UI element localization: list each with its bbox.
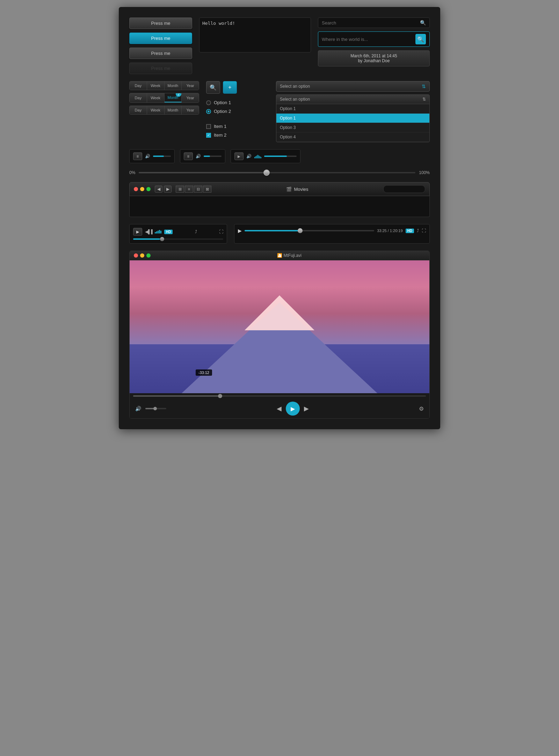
tab-week-3[interactable]: Week <box>147 106 165 114</box>
play-btn-3[interactable]: ▶ <box>234 152 244 160</box>
fpc-vol-slider[interactable] <box>145 408 166 409</box>
section-controls: Press me Press me Press me Press me Hell… <box>129 17 430 74</box>
finder-back-btn[interactable]: ◀ <box>155 186 162 193</box>
checkbox-item1[interactable]: Item 1 <box>206 124 269 129</box>
full-minimize-light[interactable] <box>140 253 144 258</box>
search-action-btn[interactable]: 🔍 <box>206 81 220 94</box>
search-input-2[interactable] <box>322 37 413 42</box>
finder-title: 🎬 Movies <box>216 187 379 192</box>
slider-track[interactable] <box>139 172 415 173</box>
minimize-light[interactable] <box>140 187 144 191</box>
vlp-controls: ▶ 33:25 / 1:20:19 HD ⤴ ⛶ <box>238 228 426 233</box>
pause-btn-2[interactable]: ⏸ <box>184 152 193 160</box>
vb-5 <box>259 156 259 158</box>
checkbox-item2[interactable]: ✓ Item 2 <box>206 132 269 138</box>
date-line2: by Jonathan Doe <box>322 58 425 63</box>
buttons-column: Press me Press me Press me Press me <box>129 17 192 74</box>
vvb-3 <box>158 231 159 233</box>
progress-2 <box>204 156 222 157</box>
textarea-column: Hello world! <box>199 17 311 74</box>
maximize-light[interactable] <box>146 187 151 191</box>
radio-label-2: Option 2 <box>214 109 231 114</box>
vlp-share-btn[interactable]: ⤴ <box>417 228 419 233</box>
vp-progress-thumb[interactable] <box>160 237 164 241</box>
vlp-hd-badge: HD <box>406 229 414 233</box>
search-submit-button[interactable]: 🔍 <box>415 34 426 44</box>
finder-col-view[interactable]: ⊟ <box>194 186 202 193</box>
search-row-1: 🔍 <box>318 17 430 28</box>
close-light[interactable] <box>134 187 138 191</box>
add-action-btn[interactable]: + <box>223 81 237 94</box>
dropdown-item-3[interactable]: Option 3 <box>276 123 429 132</box>
vvb-4 <box>159 230 160 233</box>
tab-year-3[interactable]: Year <box>182 106 199 114</box>
fpc-prev-btn[interactable]: ◀ <box>277 405 282 412</box>
finder-view-buttons: ⊞ ≡ ⊟ ⊠ <box>176 186 211 193</box>
seekbar-track[interactable] <box>133 395 426 397</box>
tab-day-3[interactable]: Day <box>130 106 147 114</box>
dropdown-item-4[interactable]: Option 4 <box>276 132 429 142</box>
search-row-2: 🔍 <box>318 31 430 47</box>
vp-share-btn[interactable]: ⤴ <box>195 229 197 234</box>
radio-option2[interactable]: Option 2 <box>206 109 269 114</box>
tab-group-2: 2 Day Week Month Year <box>129 93 199 103</box>
fpc-play-btn[interactable]: ▶ <box>286 402 300 416</box>
search-input-1[interactable] <box>322 20 418 26</box>
dropdown-item-selected[interactable]: Option 1 <box>276 114 429 123</box>
vlp-thumb[interactable] <box>298 228 303 233</box>
slider-thumb[interactable] <box>263 170 270 176</box>
vp-play-btn[interactable]: ▶ <box>133 228 142 236</box>
hello-world-textarea[interactable]: Hello world! <box>199 17 311 52</box>
tab-day-2[interactable]: Day <box>130 93 147 102</box>
mini-player-3: ▶ 🔊 <box>231 149 300 163</box>
press-me-button-3[interactable]: Press me <box>129 48 192 59</box>
tab-week-2[interactable]: Week <box>147 93 165 102</box>
seekbar-thumb[interactable] <box>218 394 222 398</box>
finder-bar: ◀ ▶ ⊞ ≡ ⊟ ⊠ 🎬 Movies <box>129 182 430 196</box>
dropdown-header[interactable]: Select an option ⇅ <box>276 95 429 104</box>
search-date-column: 🔍 🔍 March 6th, 2011 at 14:45 by Jonathan… <box>318 17 430 74</box>
tab-month-3[interactable]: Month <box>165 106 182 114</box>
full-maximize-light[interactable] <box>146 253 151 258</box>
tab-group-3: Day Week Month Year <box>129 106 199 115</box>
dropdown-header-text: Select an option <box>280 97 310 102</box>
tooltip-time: -33:12 <box>196 369 212 376</box>
full-close-light[interactable] <box>134 253 138 258</box>
vp-fullscreen-btn[interactable]: ⛶ <box>219 229 223 234</box>
vp-vol-section: ◀▌▌ <box>145 229 161 234</box>
radio-option1[interactable]: Option 1 <box>206 100 269 105</box>
vp-progress-small[interactable] <box>133 238 223 240</box>
tab-week-1[interactable]: Week <box>147 81 165 90</box>
tab-month-1[interactable]: Month <box>165 81 182 90</box>
finder-search-input[interactable] <box>383 185 425 193</box>
finder-list-view[interactable]: ≡ <box>185 186 193 193</box>
fpc-gear-btn[interactable]: ⚙ <box>419 405 424 412</box>
vlp-progress[interactable] <box>245 230 374 231</box>
traffic-lights <box>134 187 151 191</box>
vol-icon-1: 🔊 <box>145 154 150 159</box>
video-player-small: ▶ ◀▌▌ HD ⤴ ⛶ <box>129 224 227 244</box>
finder-grid-view[interactable]: ⊞ <box>176 186 184 193</box>
tab-year-1[interactable]: Year <box>182 81 199 90</box>
fpc-vol-thumb[interactable] <box>153 407 157 410</box>
date-box: March 6th, 2011 at 14:45 by Jonathan Doe <box>318 50 430 66</box>
press-me-button-2[interactable]: Press me <box>129 33 192 44</box>
search-box-1: 🔍 <box>318 17 430 28</box>
dropdown-item-1[interactable]: Option 1 <box>276 104 429 114</box>
vlp-play-btn[interactable]: ▶ <box>238 228 242 233</box>
fpc-vol-icon[interactable]: 🔊 <box>135 406 141 411</box>
press-me-button-1[interactable]: Press me <box>129 17 192 29</box>
vb-4 <box>257 155 258 158</box>
pause-btn-1[interactable]: ⏸ <box>133 152 142 160</box>
fpc-next-btn[interactable]: ▶ <box>304 405 309 412</box>
finder-cover-view[interactable]: ⊠ <box>203 186 211 193</box>
dropdown-select-1[interactable]: Select an option ⇅ <box>276 81 430 92</box>
tab-day-1[interactable]: Day <box>130 81 147 90</box>
finder-forward-btn[interactable]: ▶ <box>164 186 172 193</box>
vb-6 <box>260 156 260 158</box>
vp-controls-small: ▶ ◀▌▌ HD ⤴ ⛶ <box>133 228 223 236</box>
radio-label-1: Option 1 <box>214 100 231 105</box>
mountain-video-frame: -33:12 <box>130 260 429 393</box>
tab-year-2[interactable]: Year <box>182 93 199 102</box>
vlp-fullscreen-btn[interactable]: ⛶ <box>422 228 426 233</box>
